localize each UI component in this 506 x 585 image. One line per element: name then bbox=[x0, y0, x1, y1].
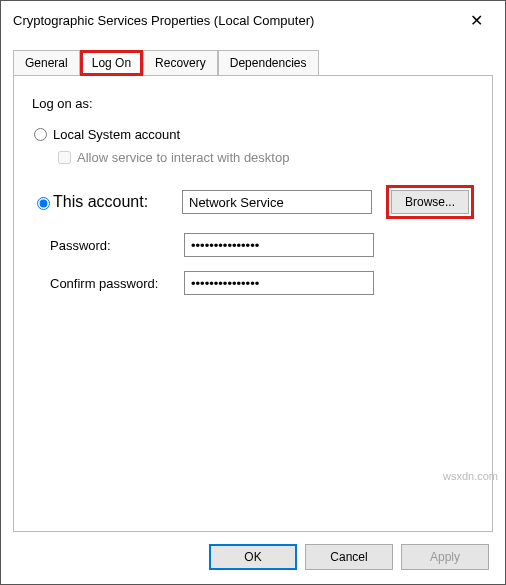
this-account-label[interactable]: This account: bbox=[53, 193, 148, 211]
cancel-button[interactable]: Cancel bbox=[305, 544, 393, 570]
local-system-label[interactable]: Local System account bbox=[53, 127, 180, 142]
tabs-container: General Log On Recovery Dependencies Log… bbox=[1, 38, 505, 532]
apply-button: Apply bbox=[401, 544, 489, 570]
password-row: Password: bbox=[32, 233, 474, 257]
password-label: Password: bbox=[32, 238, 184, 253]
confirm-input[interactable] bbox=[184, 271, 374, 295]
password-input[interactable] bbox=[184, 233, 374, 257]
tab-logon[interactable]: Log On bbox=[80, 50, 143, 76]
this-account-row: This account: Browse... bbox=[32, 185, 474, 219]
window-title: Cryptographic Services Properties (Local… bbox=[13, 13, 314, 28]
confirm-row: Confirm password: bbox=[32, 271, 474, 295]
tab-dependencies[interactable]: Dependencies bbox=[218, 50, 319, 76]
local-system-radio[interactable] bbox=[34, 128, 47, 141]
titlebar: Cryptographic Services Properties (Local… bbox=[1, 1, 505, 38]
tab-recovery[interactable]: Recovery bbox=[143, 50, 218, 76]
dialog-buttons: OK Cancel Apply bbox=[1, 532, 505, 584]
browse-highlight: Browse... bbox=[386, 185, 474, 219]
watermark: wsxdn.com bbox=[443, 470, 498, 482]
tab-strip: General Log On Recovery Dependencies bbox=[13, 50, 493, 75]
logon-panel: Log on as: Local System account Allow se… bbox=[13, 75, 493, 532]
properties-dialog: Cryptographic Services Properties (Local… bbox=[0, 0, 506, 585]
interact-checkbox bbox=[58, 151, 71, 164]
this-account-radio[interactable] bbox=[37, 197, 50, 210]
interact-row: Allow service to interact with desktop bbox=[58, 150, 474, 165]
tab-general[interactable]: General bbox=[13, 50, 80, 76]
confirm-label: Confirm password: bbox=[32, 276, 184, 291]
logon-as-label: Log on as: bbox=[32, 96, 474, 111]
local-system-row: Local System account bbox=[32, 127, 474, 142]
interact-label: Allow service to interact with desktop bbox=[77, 150, 289, 165]
account-input[interactable] bbox=[182, 190, 372, 214]
close-icon[interactable]: ✕ bbox=[460, 9, 493, 32]
ok-button[interactable]: OK bbox=[209, 544, 297, 570]
browse-button[interactable]: Browse... bbox=[391, 190, 469, 214]
